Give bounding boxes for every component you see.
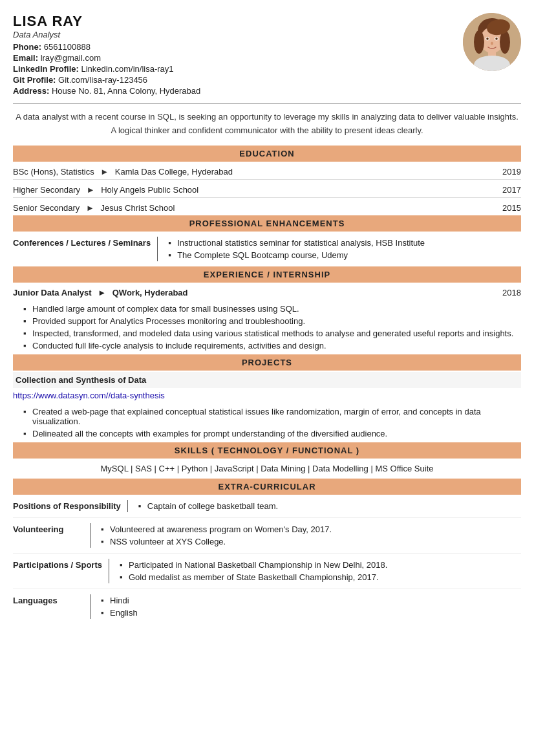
header-divider bbox=[13, 103, 521, 104]
extra-item-3-2: Gold medalist as member of State Basketb… bbox=[120, 571, 521, 583]
address-line: Address: House No. 81, Anna Colony, Hyde… bbox=[13, 86, 463, 96]
extra-content-2: Volunteered at awareness program on Wome… bbox=[91, 523, 521, 548]
svg-point-10 bbox=[491, 42, 493, 45]
edu-school-1: Kamla Das College, Hyderabad bbox=[115, 167, 233, 177]
edu-degree-1: BSc (Hons), Statistics bbox=[13, 167, 94, 177]
linkedin-value: Linkedin.com/in/lisa-ray1 bbox=[81, 64, 173, 74]
edu-school-3: Jesus Christ School bbox=[100, 203, 175, 213]
project-bullets: Created a web-page that explained concep… bbox=[13, 403, 521, 442]
extracurricular-rows: Positions of Responsibility Captain of c… bbox=[13, 495, 521, 624]
extra-label-2: Volunteering bbox=[13, 523, 91, 548]
edu-arrow-3: ► bbox=[86, 203, 94, 213]
linkedin-label: LinkedIn Profile: bbox=[13, 64, 79, 74]
header-left: LISA RAY Data Analyst Phone: 6561100888 … bbox=[13, 13, 463, 97]
experience-header: EXPERIENCE / INTERNSHIP bbox=[13, 266, 521, 283]
address-label: Address: bbox=[13, 86, 49, 96]
email-line: Email: lray@gmail.com bbox=[13, 53, 463, 63]
address-value: House No. 81, Anna Colony, Hyderabad bbox=[52, 86, 200, 96]
professional-item-1: Instructional statistics seminar for sta… bbox=[168, 237, 521, 249]
experience-bullets: Handled large amount of complex data for… bbox=[13, 300, 521, 354]
extra-item-2-1: Volunteered at awareness program on Wome… bbox=[101, 523, 521, 535]
extra-item-4-1: Hindi bbox=[101, 594, 521, 607]
edu-degree-2: Higher Secondary bbox=[13, 185, 80, 195]
svg-point-8 bbox=[486, 38, 489, 40]
exp-bullet-2: Provided support for Analytics Processes… bbox=[23, 315, 521, 327]
project-title: Collection and Synthesis of Data bbox=[13, 372, 521, 388]
edu-year-2: 2017 bbox=[502, 185, 521, 195]
edu-year-3: 2015 bbox=[502, 203, 521, 213]
education-list: BSc (Hons), Statistics ► Kamla Das Colle… bbox=[13, 162, 521, 215]
projects-header: PROJECTS bbox=[13, 354, 521, 371]
extra-content-3: Participated in National Basketball Cham… bbox=[109, 559, 521, 583]
phone-line: Phone: 6561100888 bbox=[13, 42, 463, 52]
avatar bbox=[463, 13, 521, 71]
edu-degree-3: Senior Secondary bbox=[13, 203, 80, 213]
exp-year: 2018 bbox=[502, 288, 521, 297]
extra-label-1: Positions of Responsibility bbox=[13, 500, 128, 512]
extra-item-1-1: Captain of college basketball team. bbox=[138, 500, 521, 512]
extra-item-3-1: Participated in National Basketball Cham… bbox=[120, 559, 521, 571]
professional-label: Conferences / Lectures / Seminars bbox=[13, 237, 158, 261]
extra-item-2-2: NSS volunteer at XYS College. bbox=[101, 535, 521, 548]
extra-content-4: Hindi English bbox=[91, 594, 521, 619]
extra-label-3: Participations / Sports bbox=[13, 559, 109, 583]
edu-row-1: BSc (Hons), Statistics ► Kamla Das Colle… bbox=[13, 162, 521, 180]
edu-school-2: Holy Angels Public School bbox=[101, 185, 198, 195]
education-header: EDUCATION bbox=[13, 146, 521, 162]
skills-text: MySQL | SAS | C++ | Python | JavaScript … bbox=[13, 459, 521, 479]
professional-header: PROFESSIONAL ENHANCEMENTS bbox=[13, 215, 521, 232]
professional-item-2: The Complete SQL Bootcamp course, Udemy bbox=[168, 249, 521, 261]
summary-text: A data analyst with a recent course in S… bbox=[13, 111, 521, 138]
extra-row-4: Languages Hindi English bbox=[13, 589, 521, 624]
edu-arrow-1: ► bbox=[100, 167, 109, 177]
extra-item-4-2: English bbox=[101, 607, 521, 619]
linkedin-line: LinkedIn Profile: Linkedin.com/in/lisa-r… bbox=[13, 64, 463, 74]
experience-title-row: Junior Data Analyst ► QWork, Hyderabad 2… bbox=[13, 283, 521, 300]
edu-arrow-2: ► bbox=[87, 185, 95, 195]
exp-arrow: ► bbox=[98, 288, 106, 297]
edu-row-3: Senior Secondary ► Jesus Christ School 2… bbox=[13, 198, 521, 215]
job-title: Junior Data Analyst bbox=[13, 288, 92, 297]
exp-bullet-3: Inspected, transformed, and modeled data… bbox=[23, 327, 521, 340]
extra-content-1: Captain of college basketball team. bbox=[128, 500, 521, 512]
extra-row-3: Participations / Sports Participated in … bbox=[13, 554, 521, 589]
phone-value: 6561100888 bbox=[44, 42, 91, 52]
extracurricular-header: EXTRA-CURRICULAR bbox=[13, 479, 521, 495]
svg-point-3 bbox=[474, 30, 484, 54]
candidate-name: LISA RAY bbox=[13, 13, 463, 30]
phone-label: Phone: bbox=[13, 42, 41, 52]
professional-content: Instructional statistics seminar for sta… bbox=[158, 237, 521, 261]
project-link[interactable]: https://www.datasyn.com//data-synthesis bbox=[13, 391, 521, 400]
git-line: Git Profile: Git.com/lisa-ray-123456 bbox=[13, 75, 463, 85]
company-name: QWork, Hyderabad bbox=[112, 288, 188, 297]
candidate-title: Data Analyst bbox=[13, 30, 463, 39]
extra-label-4: Languages bbox=[13, 594, 91, 619]
skills-header: SKILLS ( TECHNOLOGY / FUNCTIONAL ) bbox=[13, 442, 521, 459]
extra-row-2: Volunteering Volunteered at awareness pr… bbox=[13, 518, 521, 554]
professional-row: Conferences / Lectures / Seminars Instru… bbox=[13, 232, 521, 266]
email-value: lray@gmail.com bbox=[41, 53, 101, 63]
edu-row-2: Higher Secondary ► Holy Angels Public Sc… bbox=[13, 180, 521, 198]
project-bullet-2: Delineated all the concepts with example… bbox=[23, 427, 521, 440]
exp-bullet-1: Handled large amount of complex data for… bbox=[23, 303, 521, 315]
git-label: Git Profile: bbox=[13, 75, 56, 85]
email-label: Email: bbox=[13, 53, 38, 63]
svg-point-9 bbox=[495, 38, 498, 40]
git-value: Git.com/lisa-ray-123456 bbox=[58, 75, 147, 85]
extra-row-1: Positions of Responsibility Captain of c… bbox=[13, 495, 521, 518]
project-bullet-1: Created a web-page that explained concep… bbox=[23, 405, 521, 427]
header: LISA RAY Data Analyst Phone: 6561100888 … bbox=[13, 13, 521, 97]
edu-year-1: 2019 bbox=[502, 167, 521, 177]
exp-bullet-4: Conducted full life-cycle analysis to in… bbox=[23, 340, 521, 352]
